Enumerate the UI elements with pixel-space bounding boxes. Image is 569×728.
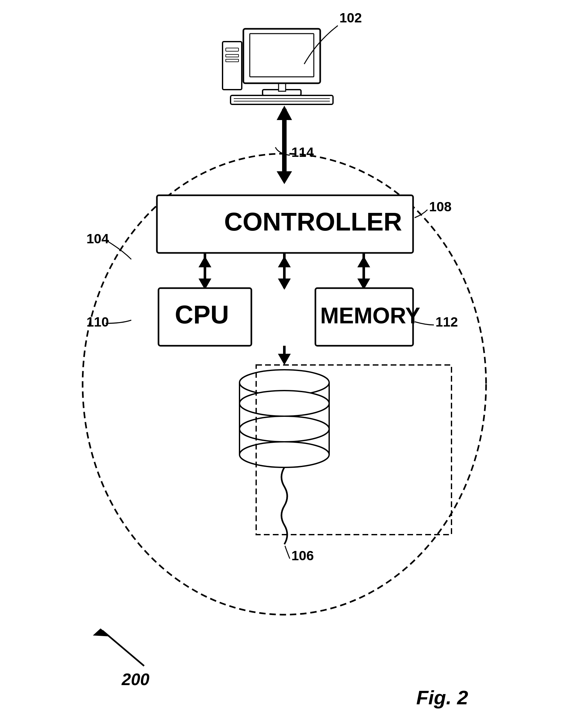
label-110: 110 — [86, 314, 109, 329]
label-108: 108 — [429, 199, 451, 214]
diagram: 102 114 104 CONTROLLER 108 — [0, 0, 569, 728]
svg-point-35 — [240, 416, 329, 442]
svg-rect-8 — [231, 95, 333, 104]
svg-rect-6 — [226, 54, 239, 57]
svg-marker-13 — [277, 171, 292, 184]
svg-rect-5 — [226, 48, 239, 51]
label-114: 114 — [291, 145, 314, 160]
memory-label: MEMORY — [320, 303, 420, 328]
svg-marker-12 — [277, 106, 292, 120]
label-104: 104 — [86, 231, 109, 246]
label-102: 102 — [339, 10, 362, 25]
label-200: 200 — [121, 670, 150, 689]
svg-marker-20 — [278, 256, 291, 267]
svg-rect-7 — [226, 59, 239, 62]
svg-marker-23 — [357, 256, 370, 267]
svg-point-32 — [240, 391, 329, 416]
svg-point-38 — [240, 442, 329, 467]
svg-marker-17 — [199, 256, 211, 267]
svg-marker-41 — [93, 628, 110, 636]
label-106: 106 — [291, 548, 314, 563]
svg-marker-21 — [278, 279, 291, 290]
fig-label: Fig. 2 — [416, 686, 468, 708]
controller-label: CONTROLLER — [224, 207, 402, 236]
svg-rect-3 — [250, 34, 314, 77]
label-112: 112 — [435, 314, 458, 329]
cpu-label: CPU — [175, 300, 229, 329]
svg-marker-28 — [278, 354, 291, 365]
